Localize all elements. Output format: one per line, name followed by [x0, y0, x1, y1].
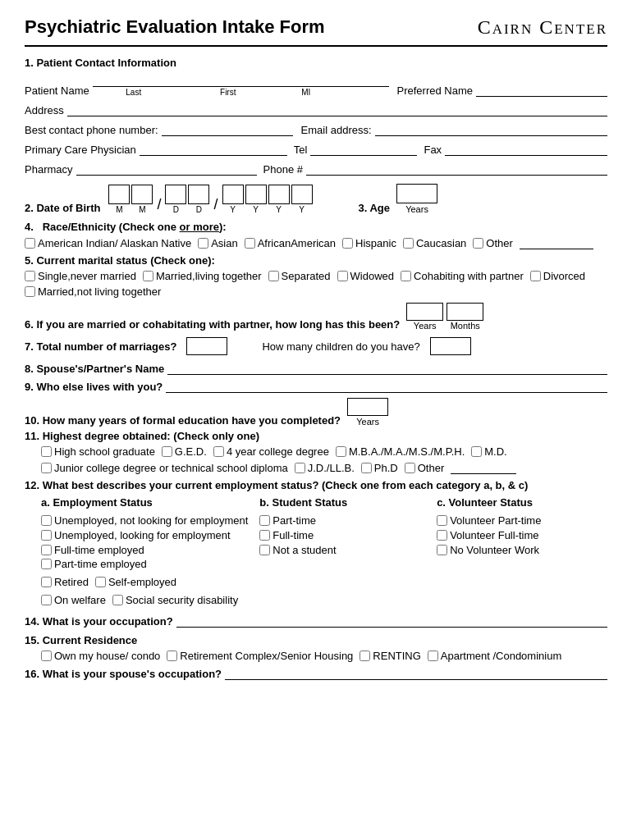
s7-children-box [430, 337, 471, 355]
s5-options-row1: Single,never married Married,living toge… [25, 270, 607, 282]
patient-name-last[interactable] [93, 74, 389, 87]
s11-opt-2[interactable]: G.E.D. [162, 445, 207, 458]
phone-email-row: Best contact phone number: Email address… [25, 123, 607, 136]
tel-input[interactable] [310, 143, 417, 156]
s6-years-box [406, 303, 443, 321]
s11-other-input[interactable] [451, 461, 516, 474]
dob-m1-label: M [108, 205, 130, 214]
form-title: Psychiatric Evaluation Intake Form [25, 16, 325, 38]
s11-opt-8[interactable]: Ph.D [361, 462, 398, 474]
s15-opt-3[interactable]: RENTING [360, 650, 421, 662]
s8-name-input[interactable] [167, 362, 607, 375]
s7-marriages-label: 7. Total number of marriages? [25, 340, 176, 353]
s14-input[interactable] [176, 614, 607, 628]
s5-opt-5[interactable]: Cohabiting with partner [401, 270, 524, 282]
logo: Cairn Center [478, 16, 607, 39]
s15-opt-1[interactable]: Own my house/ condo [41, 650, 160, 662]
s16-input[interactable] [225, 667, 607, 680]
address-label: Address [25, 104, 64, 116]
s11-opt-4[interactable]: M.B.A./M.A./M.S./M.P.H. [336, 445, 465, 458]
dob-y1-label: Y [222, 205, 244, 214]
s5-opt-7[interactable]: Married,not living together [25, 285, 161, 298]
email-input[interactable] [375, 123, 607, 136]
dob-m2-label: M [131, 205, 153, 214]
s10-box [347, 398, 388, 416]
s12-col-b-title: b. Student Status [259, 496, 430, 509]
s12-a-opt-5[interactable]: Retired [41, 576, 89, 588]
s12-col-c-title: c. Volunteer Status [437, 496, 607, 509]
s11-label: 11. Highest degree obtained: (Check only… [25, 430, 607, 442]
s5-opt-4[interactable]: Widowed [337, 270, 394, 282]
s4-opt-3[interactable]: AfricanAmerican [245, 237, 336, 249]
section-2: 2. Date of Birth M M / [25, 184, 607, 214]
patient-name-label: Patient Name [25, 84, 89, 97]
slash-1: / [157, 194, 161, 214]
physician-row: Primary Care Physician Tel Fax [25, 143, 607, 156]
age-years-label: Years [405, 204, 428, 214]
s12-a-opt-8[interactable]: Social security disability [112, 594, 238, 606]
page-header: Psychiatric Evaluation Intake Form Cairn… [25, 16, 607, 47]
s4-other-input[interactable] [520, 236, 593, 249]
s12-a-opt-4[interactable]: Part-time employed [41, 558, 147, 570]
s4-opt-6[interactable]: Other [473, 237, 513, 249]
s4-opt-2[interactable]: Asian [198, 237, 238, 249]
section-6: 6. If you are married or cohabitating wi… [25, 303, 607, 331]
s12-col-b: b. Student Status Part-time Full-time No… [259, 496, 430, 609]
s12-col-a-title: a. Employment Status [41, 496, 253, 509]
dob-m1-box [108, 185, 130, 204]
s4-opt-1[interactable]: American Indian/ Alaskan Native [25, 237, 191, 249]
s4-label: 4. Race/Ethnicity (Check one or more): [25, 221, 227, 233]
s15-opt-2[interactable]: Retirement Complex/Senior Housing [167, 650, 353, 662]
s12-c-opt-2[interactable]: Volunteer Full-time [437, 529, 602, 541]
section-4: 4. Race/Ethnicity (Check one or more): A… [25, 221, 607, 249]
s10-label: 10. How many years of formal education h… [25, 414, 341, 427]
dob-month-boxes [108, 185, 153, 204]
s12-a-opt-2[interactable]: Unemployed, looking for employment [41, 529, 248, 541]
s12-a-opt-6[interactable]: Self-employed [95, 576, 176, 588]
s12-a-opt-7[interactable]: On welfare [41, 594, 106, 606]
s4-opt-5[interactable]: Caucasian [403, 237, 466, 249]
pharmacy-phone-input[interactable] [306, 162, 607, 176]
s9-input[interactable] [166, 380, 607, 393]
fax-input[interactable] [445, 143, 607, 156]
phone-hash-label: Phone # [263, 163, 303, 176]
s12-grid: a. Employment Status Unemployed, not loo… [41, 496, 607, 609]
age-box [396, 184, 437, 203]
pharmacy-input[interactable] [76, 162, 257, 176]
s4-opt-4[interactable]: Hispanic [342, 237, 396, 249]
s12-b-opt-1[interactable]: Part-time [259, 514, 425, 527]
s5-opt-6[interactable]: Divorced [530, 270, 585, 282]
s12-c-opt-1[interactable]: Volunteer Part-time [437, 514, 602, 527]
s11-opt-7[interactable]: J.D./LL.B. [295, 462, 355, 474]
phone-input[interactable] [162, 123, 293, 136]
s15-opt-4[interactable]: Apartment /Condominium [428, 650, 561, 662]
s15-label: 15. Current Residence [25, 634, 607, 646]
s5-opt-2[interactable]: Married,living together [143, 270, 262, 282]
s11-opt-5[interactable]: M.D. [471, 445, 506, 458]
s12-c-opt-3[interactable]: No Volunteer Work [437, 544, 602, 556]
s11-opt-9[interactable]: Other [405, 462, 445, 474]
slash-2: / [213, 194, 218, 214]
s12-a-opt-1[interactable]: Unemployed, not looking for employment [41, 514, 248, 527]
physician-input[interactable] [140, 143, 287, 156]
s12-a-opt-3[interactable]: Full-time employed [41, 544, 144, 556]
s11-opt-1[interactable]: High school graduate [41, 445, 155, 458]
dob-day-boxes [165, 185, 209, 204]
s11-opt-3[interactable]: 4 year college degree [213, 445, 329, 458]
s5-opt-1[interactable]: Single,never married [25, 270, 136, 282]
section-8: 8. Spouse's/Partner's Name [25, 362, 607, 375]
preferred-name-input[interactable] [476, 84, 607, 97]
s10-years-label: Years [356, 417, 379, 427]
email-label: Email address: [301, 124, 372, 136]
section-15: 15. Current Residence Own my house/ cond… [25, 634, 607, 662]
s5-opt-3[interactable]: Separated [268, 270, 331, 282]
s11-opt-6[interactable]: Junior college degree or technical schoo… [41, 462, 288, 474]
address-row: Address [25, 103, 607, 116]
s12-label: 12. What best describes your current emp… [25, 479, 607, 491]
s12-col-a: a. Employment Status Unemployed, not loo… [41, 496, 253, 609]
s12-b-opt-2[interactable]: Full-time [259, 529, 425, 541]
s6-months-label: Months [447, 321, 483, 331]
address-input[interactable] [67, 103, 607, 116]
section-7: 7. Total number of marriages? How many c… [25, 337, 607, 355]
s12-b-opt-3[interactable]: Not a student [259, 544, 425, 556]
